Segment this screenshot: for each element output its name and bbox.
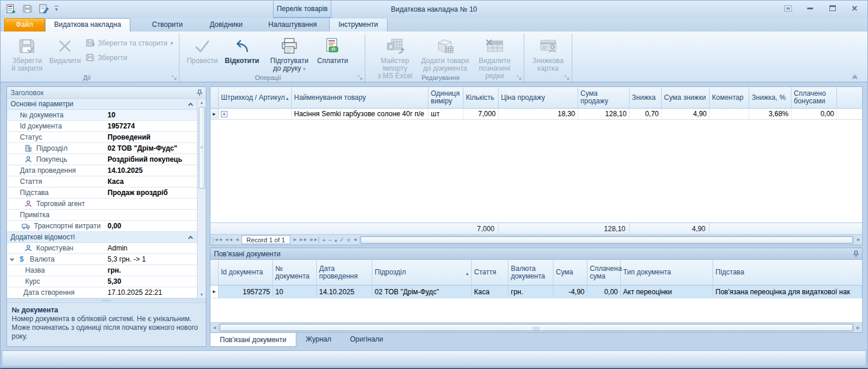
column-header-discount-sum[interactable]: Сума знижки [662, 87, 710, 108]
dialog-launcher-icon[interactable] [565, 75, 570, 81]
property-row-doc-id[interactable]: Id документа 1957274 [7, 121, 197, 132]
nav-delete-icon[interactable]: − [328, 236, 332, 243]
cell-article[interactable]: Каса [472, 286, 509, 298]
expand-row-icon[interactable] [10, 256, 14, 260]
column-header-price[interactable]: Ціна продажу [499, 87, 578, 108]
excel-import-button[interactable]: X Майстер імпортуз MS Excel [369, 34, 421, 80]
dialog-launcher-icon[interactable] [517, 75, 522, 81]
pin-icon[interactable] [197, 89, 202, 96]
cell-sum[interactable]: 128,10 [578, 109, 630, 119]
scrollbar-thumb[interactable] [361, 236, 853, 243]
edit-document-icon[interactable] [38, 3, 50, 15]
column-header-paid-sum[interactable]: Сплачена сума [587, 260, 621, 285]
cell-qty[interactable]: 7,000 [464, 109, 499, 119]
column-header-sum[interactable]: Сума [554, 260, 587, 285]
cell-discount-pct[interactable]: 3,68% [749, 109, 791, 119]
save-and-create-button[interactable]: Зберегти та створити ▾ [86, 39, 173, 47]
delete-button[interactable]: Видалити [48, 34, 83, 65]
property-grid-vertical-scrollbar[interactable]: ▲ ≡ ▼ [197, 99, 206, 298]
cell-discount[interactable]: 0,70 [630, 109, 662, 119]
add-goods-button[interactable]: Додати товаридо документа [421, 34, 469, 72]
nav-first-icon[interactable]: │◄◄ [212, 238, 222, 242]
nav-prev-page-icon[interactable]: ◄◄ [224, 238, 233, 242]
contextual-tab-group-label[interactable]: Перелік товарів [273, 1, 331, 18]
nav-next-page-icon[interactable]: ►► [299, 238, 307, 242]
tab-originals[interactable]: Оригінали [341, 333, 393, 347]
cell-name[interactable]: Насіння Semki гарбузове солоне 40г п/е [292, 109, 428, 119]
expand-row-icon[interactable]: + [221, 111, 227, 117]
tab-vydatkova-nakladna[interactable]: Видаткова накладна [45, 18, 131, 32]
tab-instrumenty[interactable]: Інструменти [329, 19, 388, 32]
linked-doc-row[interactable]: ► 1957275 10 14.10.2025 02 ТОВ "Дрім-Фуд… [210, 286, 862, 298]
property-row-created-date[interactable]: Дата створення 17.10.2025 22:21 [7, 287, 197, 298]
cell-paid-bonuses[interactable]: 0,00 [791, 109, 837, 119]
collapse-section-icon[interactable] [188, 102, 193, 107]
nav-last-icon[interactable]: ►►│ [309, 238, 320, 242]
save-icon[interactable] [22, 3, 33, 15]
cell-price[interactable]: 18,30 [499, 109, 578, 119]
column-header-article[interactable]: Стаття [472, 260, 509, 285]
nav-next-icon[interactable]: ► [293, 238, 297, 242]
cell-discount-sum[interactable]: 4,90 [662, 109, 710, 119]
panel-splitter[interactable] [7, 298, 206, 303]
column-header-paid-bonuses[interactable]: Сплачено бонусами [791, 87, 837, 108]
pin-icon[interactable] [853, 250, 859, 257]
cell-sum[interactable]: -4,90 [554, 286, 587, 298]
property-row-status[interactable]: Статус Проведений [7, 132, 197, 143]
goods-row[interactable]: ► + Насіння Semki гарбузове солоне 40г п… [210, 109, 862, 120]
collapse-ribbon-icon[interactable] [852, 75, 858, 80]
tab-linked-documents[interactable]: Пов'язані документи [210, 333, 296, 347]
cell-doc-type[interactable]: Акт переоцінки [621, 286, 713, 298]
column-header-unit[interactable]: Одиниця виміру [428, 87, 464, 108]
dialog-launcher-icon[interactable] [358, 75, 363, 81]
column-header-doc-id[interactable]: Id документа [219, 260, 273, 285]
nav-append-icon[interactable]: + [322, 236, 326, 243]
cell-doc-number[interactable]: 10 [273, 286, 317, 298]
property-row-note[interactable]: Примітка [7, 210, 197, 221]
save-close-button[interactable]: Зберегтий закрити [6, 34, 48, 72]
property-row-post-date[interactable]: Дата проведення 14.10.2025 [7, 165, 197, 176]
property-row-user[interactable]: Користувач Admin [7, 243, 197, 254]
maximize-button[interactable] [828, 4, 837, 12]
save-and-close-icon[interactable] [5, 3, 17, 15]
tab-journal[interactable]: Журнал [296, 333, 341, 347]
column-header-barcode[interactable]: Штрихкод / Артикул▲ [219, 87, 292, 108]
property-row-article[interactable]: Стаття Каса [7, 176, 197, 187]
property-row-currency-name[interactable]: Назва грн. [7, 265, 197, 276]
goods-horizontal-scrollbar[interactable] [359, 236, 854, 244]
nav-edit-icon[interactable]: ▴ [334, 237, 337, 243]
cell-date[interactable]: 14.10.2025 [317, 286, 372, 298]
column-header-doc-number[interactable]: № документа [273, 260, 317, 285]
cell-paid-sum[interactable]: 0,00 [587, 286, 621, 298]
property-row-basis[interactable]: Підстава Продаж вроздріб [7, 187, 197, 199]
nav-prev-icon[interactable]: ◄ [235, 238, 239, 242]
collapse-section-icon[interactable] [188, 235, 193, 240]
column-header-discount[interactable]: Знижка [630, 87, 662, 108]
scroll-down-icon[interactable]: ▼ [200, 293, 204, 297]
column-header-qty[interactable]: Кількість [464, 87, 499, 108]
property-row-doc-number[interactable]: № документа 10 [7, 110, 197, 121]
column-header-discount-pct[interactable]: Знижка, % [749, 87, 791, 108]
tab-file[interactable]: Файл [4, 18, 45, 32]
save-button[interactable]: Зберегти [86, 53, 173, 62]
property-row-currency[interactable]: $ Валюта 5,3 грн. -> 1 [7, 254, 197, 265]
fullscreen-button[interactable] [783, 4, 793, 12]
scrollbar-thumb[interactable]: |||| [220, 324, 853, 331]
property-row-agent[interactable]: Торговий агент [7, 199, 197, 210]
property-row-currency-rate[interactable]: Курс 5,30 [7, 276, 197, 287]
nav-cancel-icon[interactable]: × [347, 236, 350, 243]
post-button[interactable]: Провести [183, 34, 222, 65]
close-button[interactable]: ✕ [850, 4, 859, 12]
column-header-division[interactable]: Підрозділ▲ [372, 260, 472, 285]
cell-comment[interactable] [710, 109, 749, 119]
save-create-dropdown-icon[interactable]: ▾ [170, 40, 173, 46]
cell-barcode[interactable]: + [219, 109, 292, 119]
column-header-doc-type[interactable]: Тип документа [621, 260, 713, 285]
cell-basis[interactable]: Пов'язана переоцінка для видаткової нак [713, 286, 862, 298]
hscroll-right-icon[interactable]: ► [856, 237, 861, 242]
minimize-button[interactable] [805, 4, 815, 12]
cell-division[interactable]: 02 ТОВ "Дрім-Фудс" [372, 286, 472, 298]
scrollbar-track[interactable]: |||| [219, 323, 854, 332]
column-header-sum[interactable]: Сума продажу [578, 87, 630, 108]
scrollbar-thumb[interactable]: ≡ [199, 107, 205, 189]
